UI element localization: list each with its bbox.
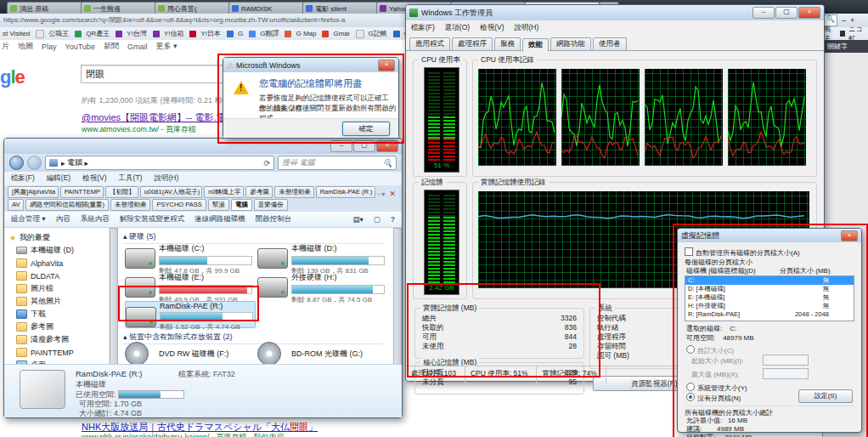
- help-icon[interactable]: ?: [391, 215, 395, 224]
- folder-tab[interactable]: u0081(AV人物花子): [140, 186, 202, 198]
- list-row-selected[interactable]: C:無: [685, 276, 854, 285]
- drive-tile[interactable]: 本機磁碟 (D:) 剩餘 139 GB，共 831 GB: [257, 243, 386, 269]
- google-nav-link[interactable]: 片: [2, 41, 9, 52]
- toolbar-item[interactable]: 系統內容: [81, 214, 110, 224]
- folder-tab[interactable]: n0轉職上字: [204, 186, 244, 198]
- bookmark-item[interactable]: G Map: [285, 30, 316, 37]
- tab-applications[interactable]: 應用程式: [409, 37, 450, 50]
- toolbar-item[interactable]: 開啟控制台: [256, 214, 292, 224]
- views-icon[interactable]: ▤▾: [352, 215, 363, 224]
- list-row[interactable]: E: [本機磁碟]無: [685, 293, 854, 302]
- folder-tab[interactable]: 【初階】: [105, 186, 138, 198]
- menu-item[interactable]: 檢視(V): [82, 173, 106, 184]
- folder-tab[interactable]: 幫湯: [208, 199, 229, 211]
- bookmark-item[interactable]: 公職王: [36, 29, 69, 38]
- bookmark-item[interactable]: G記帳: [356, 29, 387, 38]
- menu-item[interactable]: 說明(H): [514, 23, 538, 33]
- tab-users[interactable]: 使用者: [593, 37, 627, 50]
- close-tab-icon[interactable]: ✕: [386, 190, 398, 198]
- browser-tab[interactable]: RAMDISK: [228, 2, 305, 14]
- tab-processes[interactable]: 處理程序: [452, 37, 493, 50]
- drive-tile-selected[interactable]: RamDisk-PAE (R:) 剩餘 1.52 GB，共 4.74 GB: [125, 301, 256, 328]
- google-nav-link[interactable]: 新聞: [104, 41, 119, 52]
- folder-tab[interactable]: 參考圖: [245, 186, 273, 198]
- no-paging-file-radio[interactable]: 沒有分頁檔(N): [686, 393, 741, 403]
- sidebar-item[interactable]: 其他圖片: [9, 295, 109, 308]
- menu-item[interactable]: 工具(T): [119, 173, 143, 184]
- sidebar-item[interactable]: 下載: [9, 308, 109, 321]
- close-button[interactable]: ×: [376, 140, 398, 152]
- maximize-button[interactable]: ▢: [775, 7, 798, 19]
- max-size-input[interactable]: [763, 368, 809, 379]
- sidebar-item[interactable]: 參考圖: [9, 321, 109, 333]
- auto-manage-checkbox[interactable]: 自動管理所有磁碟的分頁檔大小(A): [685, 247, 800, 258]
- search-input[interactable]: 搜尋 電腦 🔍: [278, 156, 397, 170]
- tab-nav-icons[interactable]: ◦◦▾: [377, 190, 386, 198]
- google-nav-link[interactable]: Play: [42, 43, 57, 51]
- set-button[interactable]: 設定(S): [798, 389, 853, 403]
- keyword-bar[interactable]: 關鍵字: [822, 40, 868, 53]
- sidebar-item[interactable]: AlphaVita: [9, 257, 109, 270]
- browser-tab[interactable]: 一生難過: [81, 2, 157, 14]
- browser-tab[interactable]: 電影 silent: [302, 2, 379, 14]
- menu-item[interactable]: 編輯(E): [47, 173, 70, 184]
- initial-size-input[interactable]: [763, 355, 809, 366]
- bookmark-item[interactable]: G翻譯: [249, 29, 279, 38]
- zoom-out-button[interactable]: –: [842, 16, 846, 25]
- forward-icon[interactable]: [27, 156, 42, 170]
- folder-tab[interactable]: PSYCHO PASS: [152, 199, 206, 211]
- google-nav-link[interactable]: YouTube: [65, 43, 95, 51]
- minimize-button[interactable]: –: [752, 7, 775, 19]
- drive-tile[interactable]: 本機磁碟 (E:) 剩餘 49.9 GB，共 931 GB: [125, 272, 254, 298]
- sidebar-item[interactable]: 圖片檔: [9, 282, 109, 295]
- menu-item[interactable]: 檔案(F): [11, 173, 35, 184]
- drive-tile[interactable]: 本機磁碟 (C:) 剩餘 47.8 GB，共 99.9 GB: [125, 243, 254, 269]
- bookmark-item[interactable]: Y!日本: [189, 29, 221, 38]
- vm-title-bar[interactable]: 虛擬記憶體 ×: [678, 229, 861, 242]
- tab-services[interactable]: 服務: [494, 37, 521, 50]
- menu-item[interactable]: 選項(O): [445, 23, 470, 33]
- refresh-icon[interactable]: ⟳: [263, 159, 270, 167]
- drive-tile[interactable]: 外接硬碟 (H:) 剩餘 8.87 GB，共 74.5 GB: [257, 272, 386, 298]
- bookmark-item[interactable]: Y!信箱: [153, 29, 184, 38]
- browser-tab[interactable]: 用心良苦(: [155, 2, 231, 14]
- folder-tab[interactable]: 音樂備份: [254, 199, 288, 211]
- folder-tab-active[interactable]: 電腦: [231, 199, 252, 211]
- maximize-button[interactable]: ▢: [353, 140, 375, 152]
- sidebar-favorites[interactable]: ★我的最愛: [9, 231, 109, 244]
- breadcrumb[interactable]: ▸ 電腦 ▸ ⟳: [45, 156, 274, 170]
- ok-button[interactable]: 確定: [342, 122, 390, 136]
- folder-tab[interactable]: [興趣]AlphaVita: [8, 186, 59, 198]
- close-button[interactable]: ×: [378, 60, 395, 71]
- list-row[interactable]: D: [本機磁碟]無: [685, 285, 854, 293]
- menu-item[interactable]: 檢視(V): [480, 23, 504, 33]
- toolbar-item[interactable]: 內容: [56, 214, 70, 224]
- folder-tab[interactable]: 網路空間和信箱相關(重要): [25, 199, 109, 211]
- bookmark-item[interactable]: Y!台灣: [116, 29, 147, 38]
- close-button[interactable]: ×: [798, 7, 820, 19]
- tab-networking[interactable]: 網路功能: [550, 37, 591, 50]
- custom-size-radio[interactable]: 自訂大小(C): [686, 345, 734, 355]
- section-header[interactable]: ▴ 硬碟 (5): [123, 231, 383, 244]
- minimize-button[interactable]: –: [330, 140, 352, 152]
- google-nav-link[interactable]: 地圖: [18, 41, 33, 52]
- toolbar-item[interactable]: 解除安裝或變更程式: [120, 214, 185, 224]
- bookmark-item[interactable]: G: [227, 30, 243, 37]
- folder-tab[interactable]: 未整理動畫: [110, 199, 151, 211]
- browser-tab[interactable]: 消息 原稿: [7, 2, 83, 14]
- sidebar-item[interactable]: 本機磁碟 (D): [9, 244, 109, 257]
- list-row[interactable]: H: [外接硬碟]無: [685, 302, 854, 310]
- toolbar-item[interactable]: 連線網路磁碟機: [194, 214, 245, 224]
- sidebar-item[interactable]: DLDATA: [9, 270, 109, 282]
- toolbar-item[interactable]: 組合管理 ▾: [11, 214, 46, 224]
- google-search-input[interactable]: 閉眼: [81, 65, 235, 83]
- folder-tab[interactable]: AV: [8, 199, 24, 211]
- google-nav-link[interactable]: Gmail: [127, 43, 148, 51]
- bookmark-item[interactable]: QR產王: [75, 29, 110, 38]
- explorer-title-bar[interactable]: – ▢ ×: [4, 139, 402, 154]
- sidebar-item[interactable]: 清瘦參考圖: [9, 333, 109, 346]
- close-button[interactable]: ×: [841, 230, 858, 241]
- folder-tab[interactable]: 未整理動畫: [274, 186, 313, 198]
- menu-item[interactable]: 檔案(F): [411, 23, 435, 33]
- google-nav-link[interactable]: 更多 ▾: [155, 41, 177, 52]
